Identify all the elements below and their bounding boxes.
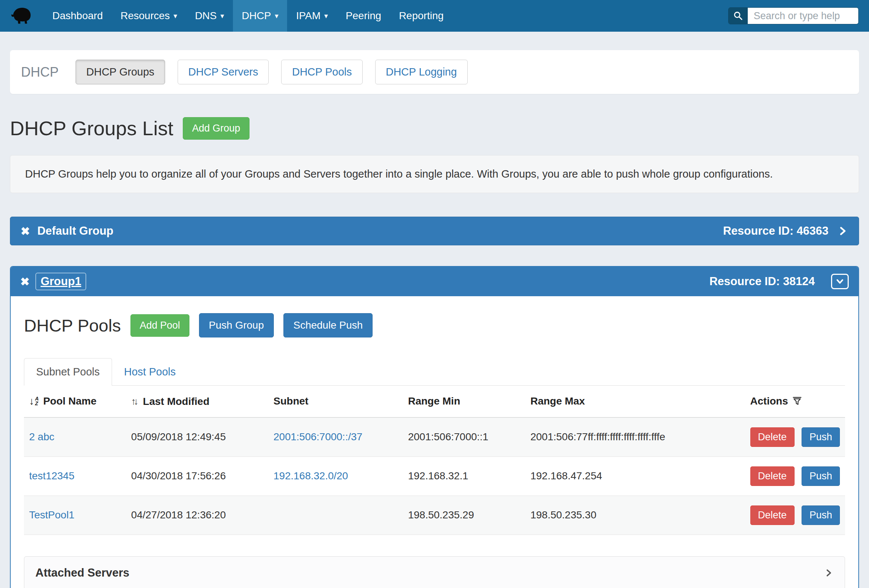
nav-item-peering[interactable]: Peering: [337, 0, 390, 32]
page-header: DHCP Groups List Add Group: [10, 117, 859, 140]
chevron-down-icon: ▾: [274, 12, 278, 20]
subnet-link[interactable]: 192.168.32.0/20: [273, 470, 348, 481]
range-max-cell: 192.168.47.254: [525, 456, 745, 496]
main-container: DHCP DHCP Groups DHCP Servers DHCP Pools…: [0, 50, 869, 588]
push-group-button[interactable]: Push Group: [199, 313, 274, 338]
nav-item-reporting[interactable]: Reporting: [390, 0, 452, 32]
collapse-toggle[interactable]: [831, 274, 849, 289]
pools-title: DHCP Pools: [24, 315, 121, 336]
resource-id-label: Resource ID: 38124: [709, 275, 815, 288]
chevron-down-icon: ▾: [220, 12, 224, 20]
pool-name-link[interactable]: 2 abc: [29, 431, 55, 443]
group1-name-link[interactable]: Group1: [36, 273, 86, 290]
page-title: DHCP Groups List: [10, 117, 173, 140]
pool-name-link[interactable]: test12345: [29, 470, 74, 481]
close-icon[interactable]: ✖: [20, 275, 30, 288]
chevron-down-icon: ▾: [174, 12, 177, 20]
nav-item-label: IPAM: [296, 10, 320, 22]
chevron-right-icon: [824, 567, 833, 578]
push-button[interactable]: Push: [802, 467, 840, 486]
search-icon: [733, 11, 743, 21]
subnav-title: DHCP: [21, 64, 59, 80]
group1-body: DHCP Pools Add Pool Push Group Schedule …: [11, 296, 858, 588]
header-pool-name: ↓ A Z Pool Name: [24, 386, 126, 418]
chevron-down-icon: [835, 277, 845, 286]
sort-pool-name[interactable]: ↓ A Z Pool Name: [29, 395, 96, 407]
group-panel-group1: ✖ Group1 Resource ID: 38124 DHCP Pools A…: [10, 266, 859, 588]
nav-item-label: Dashboard: [52, 10, 103, 22]
table-row: 2 abc 05/09/2018 12:49:45 2001:506:7000:…: [24, 418, 845, 457]
header-subnet: Subnet: [268, 386, 403, 418]
accordion-label: Attached Servers: [36, 566, 129, 579]
range-max-cell: 198.50.235.30: [525, 496, 745, 535]
chevron-right-icon[interactable]: [837, 225, 848, 237]
header-last-modified: ↑↓ Last Modified: [126, 386, 268, 418]
range-min-cell: 192.168.32.1: [403, 456, 525, 496]
nav-item-label: DNS: [195, 10, 217, 22]
pool-name-link[interactable]: TestPool1: [29, 509, 74, 521]
add-pool-button[interactable]: Add Pool: [130, 314, 190, 337]
search-input[interactable]: [748, 8, 858, 24]
navbar-right: [728, 0, 869, 32]
group-name: Default Group: [37, 224, 114, 238]
search-button[interactable]: [728, 8, 748, 24]
sort-last-modified[interactable]: ↑↓ Last Modified: [131, 396, 209, 407]
close-icon[interactable]: ✖: [21, 225, 30, 238]
header-label: Pool Name: [43, 395, 96, 407]
resource-id-label: Resource ID: 46363: [723, 224, 829, 238]
chevron-down-icon: ▾: [324, 12, 328, 20]
sort-alpha-icon: ↓ A Z: [29, 396, 39, 406]
attached-servers-accordion[interactable]: Attached Servers: [24, 556, 845, 588]
mammoth-logo-icon: [10, 6, 33, 26]
group1-header[interactable]: ✖ Group1 Resource ID: 38124: [11, 267, 858, 296]
groups-description: DHCP Groups help you to organize all of …: [10, 155, 859, 193]
nav-item-ipam[interactable]: IPAM ▾: [287, 0, 337, 32]
group-bar-default-group[interactable]: ✖ Default Group Resource ID: 46363: [10, 217, 859, 245]
delete-button[interactable]: Delete: [750, 505, 795, 525]
nav-item-dashboard[interactable]: Dashboard: [43, 0, 112, 32]
add-group-button[interactable]: Add Group: [183, 117, 249, 140]
delete-button[interactable]: Delete: [750, 467, 795, 486]
header-range-min: Range Min: [403, 386, 525, 418]
sort-updown-icon: ↑↓: [131, 396, 136, 407]
pools-tabs: Subnet Pools Host Pools: [24, 358, 845, 386]
search-group: [728, 7, 859, 24]
schedule-push-button[interactable]: Schedule Push: [283, 313, 372, 338]
range-max-cell: 2001:506:77ff:ffff:ffff:ffff:ffff:fffe: [525, 418, 745, 457]
range-min-cell: 2001:506:7000::1: [403, 418, 525, 457]
dhcp-servers-button[interactable]: DHCP Servers: [178, 60, 269, 84]
nav-item-label: Resources: [120, 10, 170, 22]
table-row: test12345 04/30/2018 17:56:26 192.168.32…: [24, 456, 845, 496]
dhcp-logging-button[interactable]: DHCP Logging: [375, 60, 468, 84]
nav-item-dns[interactable]: DNS ▾: [186, 0, 233, 32]
tab-host-pools[interactable]: Host Pools: [112, 358, 188, 386]
push-button[interactable]: Push: [802, 505, 840, 525]
top-navbar: Dashboard Resources ▾ DNS ▾ DHCP ▾ IPAM …: [0, 0, 869, 32]
subnet-link[interactable]: 2001:506:7000::/37: [273, 431, 362, 443]
nav-item-dhcp[interactable]: DHCP ▾: [233, 0, 287, 32]
table-header-row: ↓ A Z Pool Name: [24, 386, 845, 418]
pools-header: DHCP Pools Add Pool Push Group Schedule …: [24, 313, 845, 338]
push-button[interactable]: Push: [802, 427, 840, 447]
last-modified-cell: 05/09/2018 12:49:45: [126, 418, 268, 457]
range-min-cell: 198.50.235.29: [403, 496, 525, 535]
subnav-buttons: DHCP Groups DHCP Servers DHCP Pools DHCP…: [76, 60, 468, 84]
filter-icon[interactable]: [792, 396, 802, 406]
dhcp-pools-button[interactable]: DHCP Pools: [281, 60, 362, 84]
header-label: Actions: [750, 395, 788, 407]
header-actions: Actions: [745, 386, 845, 418]
dhcp-subnav-card: DHCP DHCP Groups DHCP Servers DHCP Pools…: [10, 50, 859, 94]
table-row: TestPool1 04/27/2018 12:36:20 198.50.235…: [24, 496, 845, 535]
nav-item-label: Reporting: [399, 10, 443, 22]
nav-items: Dashboard Resources ▾ DNS ▾ DHCP ▾ IPAM …: [43, 0, 452, 32]
delete-button[interactable]: Delete: [750, 427, 795, 447]
tab-subnet-pools[interactable]: Subnet Pools: [24, 358, 112, 386]
header-range-max: Range Max: [525, 386, 745, 418]
nav-item-resources[interactable]: Resources ▾: [112, 0, 186, 32]
subnet-pools-table: ↓ A Z Pool Name: [24, 386, 845, 535]
last-modified-cell: 04/30/2018 17:56:26: [126, 456, 268, 496]
dhcp-groups-button[interactable]: DHCP Groups: [76, 60, 165, 84]
provision-logo[interactable]: [0, 0, 43, 32]
header-label: Last Modified: [143, 396, 209, 407]
nav-item-label: DHCP: [242, 10, 271, 22]
